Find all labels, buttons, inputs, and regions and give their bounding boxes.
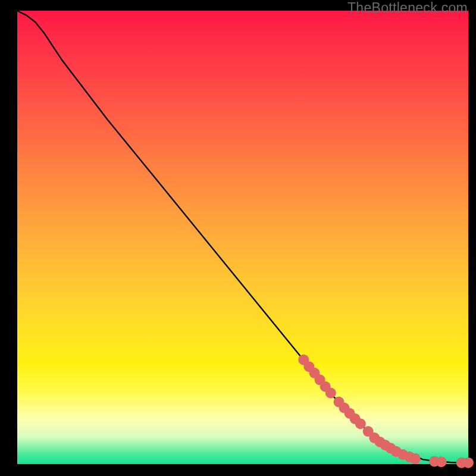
data-point-marker [410, 453, 421, 464]
data-point-marker [325, 387, 336, 398]
chart-stage: TheBottleneck.com [0, 0, 476, 476]
data-point-marker [436, 456, 447, 467]
watermark-text: TheBottleneck.com [347, 0, 468, 16]
plot-area [17, 11, 468, 464]
data-point-marker [355, 418, 366, 429]
curve-markers [298, 355, 474, 468]
data-point-marker [463, 458, 474, 468]
chart-svg [17, 11, 468, 464]
curve-line [17, 11, 468, 463]
